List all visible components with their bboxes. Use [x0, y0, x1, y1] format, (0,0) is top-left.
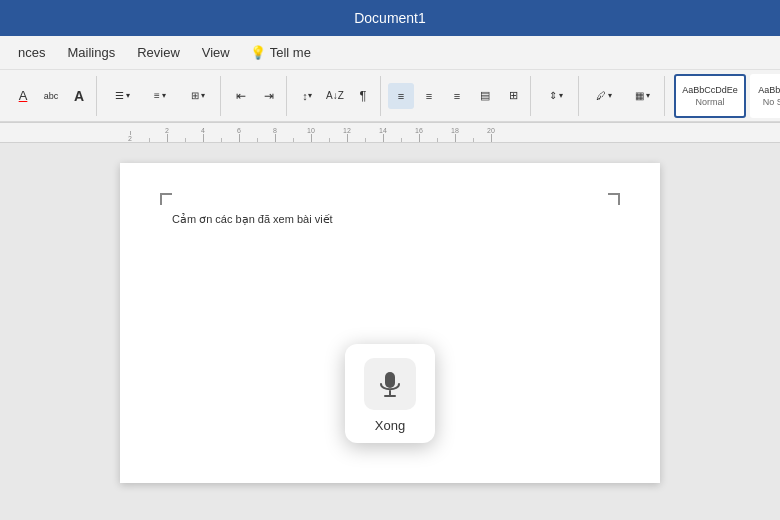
svg-rect-0	[385, 372, 395, 388]
document-page[interactable]: Cảm ơn các bạn đã xem bài viết Xong	[120, 163, 660, 483]
toolbar: A abc A ☰ ▾ ≡ ▾ ⊞ ▾	[0, 70, 780, 122]
ruler-tick	[356, 123, 374, 142]
highlight-chevron: ▾	[608, 91, 612, 100]
menu-mailings[interactable]: Mailings	[57, 41, 125, 64]
highlight-btn[interactable]: 🖊 ▾	[586, 83, 622, 109]
ruler-tick: 4	[194, 123, 212, 142]
number-list-icon: ≡	[154, 90, 160, 101]
ruler-tick: 12	[338, 123, 356, 142]
font-color-icon: A	[19, 88, 28, 103]
style-normal-label: Normal	[695, 97, 724, 107]
pilcrow-icon: ¶	[360, 88, 367, 103]
abc-icon: abc	[44, 91, 59, 101]
sort-btn[interactable]: A↓Z	[322, 83, 348, 109]
style-normal[interactable]: AaBbCcDdEe Normal	[674, 74, 746, 118]
pilcrow-btn[interactable]: ¶	[350, 83, 376, 109]
menu-nces[interactable]: nces	[8, 41, 55, 64]
ruler-tick	[176, 123, 194, 142]
document-text: Cảm ơn các bạn đã xem bài viết	[172, 213, 333, 226]
ruler-tick: 20	[482, 123, 500, 142]
align-right-icon: ≡	[454, 90, 460, 102]
style-presets: AaBbCcDdEe Normal AaBbCcDdEe No Spacing …	[668, 74, 780, 118]
indent-group: ⇤ ⇥	[224, 76, 287, 116]
ruler-inner: 2 2468101214161820	[0, 123, 500, 142]
align-justify-icon: ▤	[480, 89, 490, 102]
multilevel-list-icon: ⊞	[191, 90, 199, 101]
align-right-btn[interactable]: ≡	[444, 83, 470, 109]
align-justify-btn[interactable]: ▤	[472, 83, 498, 109]
sort-icon: A↓Z	[326, 90, 344, 101]
ruler-tick: 18	[446, 123, 464, 142]
indent-decrease-icon: ⇤	[236, 89, 246, 103]
multilevel-list-chevron: ▾	[201, 91, 205, 100]
number-list-btn[interactable]: ≡ ▾	[142, 83, 178, 109]
para-spacing-btn[interactable]: ⇕ ▾	[538, 83, 574, 109]
ruler-tick: 2	[158, 123, 176, 142]
bullet-list-icon: ☰	[115, 90, 124, 101]
ruler-tick	[248, 123, 266, 142]
indent-increase-icon: ⇥	[264, 89, 274, 103]
ruler-tick: 14	[374, 123, 392, 142]
style-no-spacing-preview: AaBbCcDdEe	[758, 85, 780, 95]
big-a-icon: A	[74, 88, 84, 104]
bullet-list-btn[interactable]: ☰ ▾	[104, 83, 140, 109]
indent-decrease-btn[interactable]: ⇤	[228, 83, 254, 109]
voice-label[interactable]: Xong	[375, 418, 405, 433]
bullet-list-chevron: ▾	[126, 91, 130, 100]
font-color-btn[interactable]: A	[10, 83, 36, 109]
menu-review[interactable]: Review	[127, 41, 190, 64]
indent-increase-btn[interactable]: ⇥	[256, 83, 282, 109]
ruler-tick	[392, 123, 410, 142]
columns-btn[interactable]: ⊞	[500, 83, 526, 109]
style-no-spacing-label: No Spacing	[763, 97, 780, 107]
mic-icon	[375, 369, 405, 399]
ruler-tick	[140, 123, 158, 142]
big-a-btn[interactable]: A	[66, 83, 92, 109]
list-group: ☰ ▾ ≡ ▾ ⊞ ▾	[100, 76, 221, 116]
ruler-tick	[212, 123, 230, 142]
multilevel-list-btn[interactable]: ⊞ ▾	[180, 83, 216, 109]
abc-btn[interactable]: abc	[38, 83, 64, 109]
align-left-icon: ≡	[398, 90, 404, 102]
alignment-group: ≡ ≡ ≡ ▤ ⊞	[384, 76, 531, 116]
mic-icon-container	[364, 358, 416, 410]
ruler-tick	[284, 123, 302, 142]
style-no-spacing[interactable]: AaBbCcDdEe No Spacing	[750, 74, 780, 118]
shading-icon: ▦	[635, 90, 644, 101]
shading-chevron: ▾	[646, 91, 650, 100]
lightbulb-icon: 💡	[250, 45, 266, 60]
ruler: 2 2468101214161820	[0, 123, 780, 143]
ruler-tick	[320, 123, 338, 142]
style-normal-preview: AaBbCcDdEe	[682, 85, 738, 95]
line-spacing-btn[interactable]: ↕ ▾	[294, 83, 320, 109]
ruler-tick	[464, 123, 482, 142]
columns-icon: ⊞	[509, 89, 518, 102]
ruler-marks-container: 2468101214161820	[140, 123, 500, 142]
document-area[interactable]: Cảm ơn các bạn đã xem bài viết Xong	[0, 143, 780, 520]
corner-mark-top-right	[608, 193, 620, 205]
menu-tell-me[interactable]: 💡 Tell me	[242, 41, 319, 64]
font-group: A abc A	[6, 76, 97, 116]
ruler-mark: 2	[120, 131, 140, 142]
voice-popup[interactable]: Xong	[345, 344, 435, 443]
corner-mark-top-left	[160, 193, 172, 205]
align-center-btn[interactable]: ≡	[416, 83, 442, 109]
sort-group: ↕ ▾ A↓Z ¶	[290, 76, 381, 116]
shading-btn[interactable]: ▦ ▾	[624, 83, 660, 109]
ruler-tick: 8	[266, 123, 284, 142]
title-bar: Document1	[0, 0, 780, 36]
highlight-group: 🖊 ▾ ▦ ▾	[582, 76, 665, 116]
document-title: Document1	[354, 10, 426, 26]
ruler-tick: 16	[410, 123, 428, 142]
para-spacing-chevron: ▾	[559, 91, 563, 100]
menu-view[interactable]: View	[192, 41, 240, 64]
ruler-tick: 10	[302, 123, 320, 142]
para-spacing-icon: ⇕	[549, 90, 557, 101]
para-spacing-group: ⇕ ▾	[534, 76, 579, 116]
highlight-icon: 🖊	[596, 90, 606, 101]
align-left-btn[interactable]: ≡	[388, 83, 414, 109]
ruler-tick: 6	[230, 123, 248, 142]
ribbon: nces Mailings Review View 💡 Tell me A ab…	[0, 36, 780, 123]
number-list-chevron: ▾	[162, 91, 166, 100]
line-spacing-chevron: ▾	[308, 91, 312, 100]
